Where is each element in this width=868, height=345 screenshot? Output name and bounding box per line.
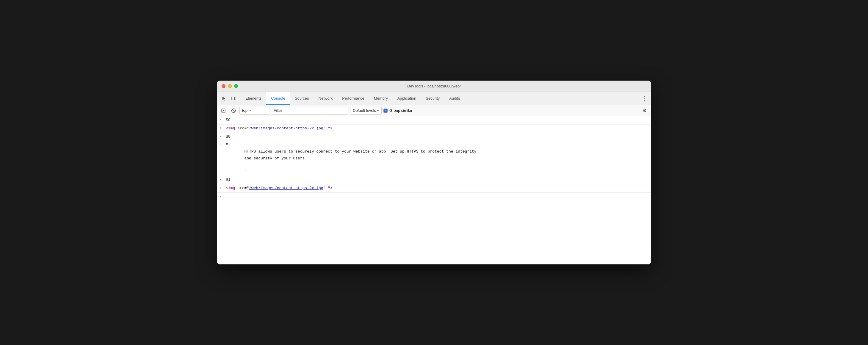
title-bar: DevTools - localhost:8080/web/ (217, 81, 651, 92)
group-similar-toggle[interactable]: ✓ Group similar (383, 108, 412, 113)
device-toggle-icon[interactable] (229, 94, 238, 103)
cursor (224, 195, 224, 199)
console-output-row: ‹ <img src="/web/images/content-https-2x… (217, 125, 651, 133)
settings-icon[interactable]: ⚙ (641, 106, 649, 115)
console-output-text-2: <img src="/web/images/content-https-2x.j… (226, 185, 649, 191)
svg-rect-1 (235, 98, 236, 100)
maximize-button[interactable] (234, 84, 238, 88)
console-input-text: $0 (226, 117, 649, 123)
console-toolbar: top ▾ Default levels ▾ ✓ Group similar ⚙ (217, 105, 651, 116)
minimize-button[interactable] (228, 84, 232, 88)
execute-icon[interactable] (219, 106, 227, 115)
console-output-text: <img src="/web/images/content-https-2x.j… (226, 126, 649, 132)
context-selector[interactable]: top ▾ (240, 107, 269, 115)
console-input-text-3: $1 (226, 177, 649, 183)
console-prompt[interactable]: › (217, 192, 651, 201)
tab-performance[interactable]: Performance (337, 92, 369, 105)
svg-line-4 (232, 109, 235, 112)
tab-icons (219, 94, 238, 103)
devtools-window: DevTools - localhost:8080/web/ (217, 81, 651, 264)
devtools-panel: Elements Console Sources Network Perform… (217, 92, 651, 264)
tab-bar: Elements Console Sources Network Perform… (217, 92, 651, 105)
tab-application[interactable]: Application (393, 92, 421, 105)
filter-input[interactable] (271, 107, 348, 115)
tab-sources[interactable]: Sources (290, 92, 314, 105)
output-arrow-2: ‹ (219, 185, 223, 190)
console-input-text-2: $0 (226, 134, 649, 140)
console-input-row-2: › $0 (217, 133, 651, 141)
tab-elements[interactable]: Elements (241, 92, 266, 105)
window-title: DevTools - localhost:8080/web/ (407, 84, 461, 88)
tab-network[interactable]: Network (314, 92, 338, 105)
tab-memory[interactable]: Memory (369, 92, 393, 105)
traffic-lights (222, 84, 238, 88)
close-button[interactable] (222, 84, 225, 88)
cursor-icon[interactable] (219, 94, 228, 103)
input-arrow-2: › (219, 134, 223, 138)
console-output-multiline-row: ‹ " HTTPS allows users to securely conne… (217, 141, 651, 176)
tabs-container: Elements Console Sources Network Perform… (241, 92, 640, 105)
console-output-row-2: ‹ <img src="/web/images/content-https-2x… (217, 184, 651, 193)
console-output-multiline-text: " HTTPS allows users to securely connect… (226, 142, 649, 175)
output-arrow: ‹ (219, 126, 223, 130)
more-tabs-button[interactable]: ⋮ (640, 94, 649, 103)
group-similar-checkbox[interactable]: ✓ (383, 108, 388, 113)
clear-icon[interactable] (229, 106, 238, 115)
tab-console[interactable]: Console (266, 92, 290, 105)
input-arrow: › (219, 117, 223, 122)
input-arrow-3: › (219, 177, 223, 182)
prompt-arrow: › (219, 195, 221, 199)
output-arrow-multiline: ‹ (219, 142, 223, 147)
console-input-row: › $0 (217, 116, 651, 125)
tab-security[interactable]: Security (421, 92, 444, 105)
levels-dropdown[interactable]: Default levels ▾ (350, 107, 382, 115)
tab-audits[interactable]: Audits (444, 92, 465, 105)
console-input-row-3: › $1 (217, 176, 651, 184)
console-content: › $0 ‹ <img src="/web/images/content-htt… (217, 116, 651, 264)
svg-rect-0 (232, 97, 235, 100)
